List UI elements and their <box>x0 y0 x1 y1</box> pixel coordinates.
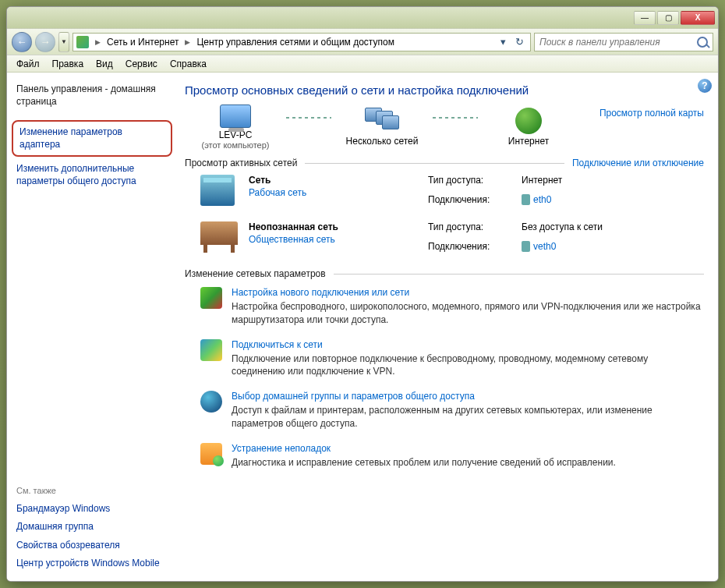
sidebar-advanced-sharing[interactable]: Изменить дополнительные параметры общего… <box>16 160 168 190</box>
globe-icon <box>515 108 542 134</box>
control-panel-icon <box>76 36 89 48</box>
page-title: Просмотр основных сведений о сети и наст… <box>185 83 704 97</box>
forward-button[interactable]: → <box>35 32 55 52</box>
task-description: Настройка беспроводного, широкополосного… <box>232 300 704 327</box>
menu-file[interactable]: Файл <box>10 57 46 71</box>
network-type-link[interactable]: Общественная сеть <box>249 234 428 245</box>
map-node-label: Интернет <box>508 136 549 147</box>
menu-help[interactable]: Справка <box>164 57 213 71</box>
change-settings-header: Изменение сетевых параметров <box>185 268 704 279</box>
breadcrumb-separator: ▶ <box>185 38 190 46</box>
see-also-heading: См. также <box>16 484 168 500</box>
task-description: Диагностика и исправление сетевых пробле… <box>232 456 704 469</box>
address-bar[interactable]: ▶ Сеть и Интернет ▶ Центр управления сет… <box>72 33 531 51</box>
task-title: Выбор домашней группы и параметров общег… <box>232 391 704 402</box>
connect-network-icon <box>200 339 222 361</box>
map-node-label: Несколько сетей <box>346 136 419 147</box>
addressbar-dropdown-icon[interactable]: ▾ <box>497 36 509 48</box>
task-description: Доступ к файлам и принтерам, расположенн… <box>232 404 704 430</box>
map-node-internet[interactable]: Интернет <box>478 108 579 147</box>
map-node-this-pc[interactable]: LEV-PC (этот компьютер) <box>185 104 286 150</box>
network-card-public: Неопознанная сеть Общественная сеть Тип … <box>185 221 704 257</box>
network-map: LEV-PC (этот компьютер) Несколько сетей … <box>185 104 704 150</box>
help-icon[interactable]: ? <box>698 79 712 93</box>
task-troubleshoot[interactable]: Устранение неполадок Диагностика и испра… <box>185 443 704 469</box>
connections-label: Подключения: <box>428 241 514 257</box>
sidebar-internet-options[interactable]: Свойства обозревателя <box>16 537 168 555</box>
task-title: Настройка нового подключения или сети <box>232 287 704 298</box>
network-name: Сеть <box>249 175 428 186</box>
sidebar-homegroup[interactable]: Домашняя группа <box>16 518 168 537</box>
task-title: Подключиться к сети <box>232 339 704 350</box>
window: — ▢ X ← → ▼ ▶ Сеть и Интернет ▶ Центр уп… <box>6 6 719 582</box>
access-type-value: Без доступа к сети <box>522 221 603 238</box>
connections-label: Подключения: <box>428 194 514 211</box>
titlebar: — ▢ X <box>7 7 718 29</box>
network-type-link[interactable]: Рабочая сеть <box>249 187 428 198</box>
task-connect-network[interactable]: Подключиться к сети Подключение или повт… <box>185 339 704 379</box>
menubar: Файл Правка Вид Сервис Справка <box>7 55 718 73</box>
menu-edit[interactable]: Правка <box>46 57 90 71</box>
menu-tools[interactable]: Сервис <box>119 57 164 71</box>
view-full-map-link[interactable]: Просмотр полной карты <box>579 104 704 119</box>
map-node-sublabel: (этот компьютер) <box>201 140 269 150</box>
network-card-work: Сеть Рабочая сеть Тип доступа: Интернет … <box>185 175 704 211</box>
search-box[interactable] <box>534 33 713 51</box>
breadcrumb-sharing-center[interactable]: Центр управления сетями и общим доступом <box>196 37 394 48</box>
connection-link[interactable]: eth0 <box>522 194 562 211</box>
search-icon <box>697 37 708 48</box>
task-description: Подключение или повторное подключение к … <box>232 352 704 379</box>
homegroup-icon <box>200 391 222 413</box>
map-node-networks[interactable]: Несколько сетей <box>331 108 433 147</box>
back-button[interactable]: ← <box>12 32 32 52</box>
troubleshoot-icon <box>200 443 222 465</box>
maximize-button[interactable]: ▢ <box>657 11 679 25</box>
sidebar-firewall[interactable]: Брандмауэр Windows <box>16 500 168 519</box>
adapter-icon <box>522 194 530 205</box>
task-title: Устранение неполадок <box>232 443 704 454</box>
work-network-icon <box>200 175 239 211</box>
multiple-networks-icon <box>365 108 399 134</box>
sidebar-adapter-settings[interactable]: Изменение параметров адаптера <box>12 120 172 157</box>
map-connection-line <box>286 117 331 119</box>
map-connection-line <box>433 117 478 119</box>
content: ? Просмотр основных сведений о сети и на… <box>177 73 718 581</box>
sidebar-windows-mobile[interactable]: Центр устройств Windows Mobile <box>16 554 168 573</box>
task-homegroup-sharing[interactable]: Выбор домашней группы и параметров общег… <box>185 391 704 430</box>
breadcrumb-network[interactable]: Сеть и Интернет <box>107 37 179 48</box>
section-label: Просмотр активных сетей <box>185 158 297 168</box>
close-button[interactable]: X <box>681 11 715 25</box>
access-type-label: Тип доступа: <box>428 175 514 191</box>
connection-link[interactable]: veth0 <box>522 241 603 257</box>
connect-disconnect-link[interactable]: Подключение или отключение <box>572 158 704 168</box>
refresh-button[interactable]: ↻ <box>512 36 527 48</box>
access-type-label: Тип доступа: <box>428 221 514 238</box>
new-connection-icon <box>200 287 222 309</box>
sidebar: Панель управления - домашняя страница Из… <box>7 73 177 581</box>
access-type-value: Интернет <box>522 175 562 191</box>
history-dropdown[interactable]: ▼ <box>58 32 69 52</box>
search-input[interactable] <box>539 37 694 48</box>
navbar: ← → ▼ ▶ Сеть и Интернет ▶ Центр управлен… <box>7 29 718 55</box>
public-network-icon <box>200 221 239 257</box>
section-label: Изменение сетевых параметров <box>185 268 326 279</box>
body: Панель управления - домашняя страница Из… <box>7 73 718 581</box>
network-name: Неопознанная сеть <box>249 221 428 232</box>
task-new-connection[interactable]: Настройка нового подключения или сети На… <box>185 287 704 327</box>
minimize-button[interactable]: — <box>634 11 656 25</box>
sidebar-home[interactable]: Панель управления - домашняя страница <box>16 80 168 111</box>
active-networks-header: Просмотр активных сетей Подключение или … <box>185 158 704 168</box>
breadcrumb-separator: ▶ <box>95 38 101 46</box>
computer-icon <box>220 104 251 128</box>
menu-view[interactable]: Вид <box>90 57 119 71</box>
adapter-icon <box>522 241 530 252</box>
